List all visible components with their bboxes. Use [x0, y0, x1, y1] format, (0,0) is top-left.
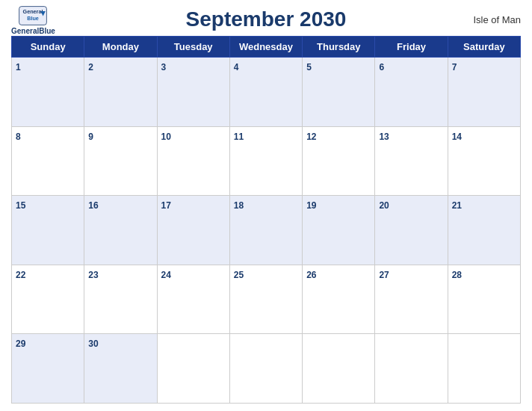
- svg-text:Blue: Blue: [28, 15, 40, 22]
- calendar-cell: 4: [229, 58, 302, 127]
- day-number: 6: [379, 62, 384, 72]
- calendar-cell: 25: [229, 265, 302, 334]
- generalblue-logo: General Blue GeneralBlue: [11, 4, 55, 35]
- day-number: 29: [16, 339, 25, 349]
- calendar-cell: 30: [84, 334, 157, 404]
- day-number: 24: [161, 270, 171, 280]
- calendar-cell: 3: [157, 58, 229, 127]
- day-number: 3: [161, 62, 167, 72]
- calendar-cell: 11: [229, 126, 302, 196]
- calendar-cell: 19: [303, 196, 375, 265]
- calendar-cell: 12: [303, 126, 375, 196]
- calendar-cell: 5: [303, 58, 375, 127]
- region-label: Isle of Man: [473, 14, 521, 25]
- calendar-table: SundayMondayTuesdayWednesdayThursdayFrid…: [11, 36, 521, 404]
- calendar-cell: 1: [12, 58, 84, 127]
- calendar-cell: [303, 334, 375, 404]
- day-number: 17: [161, 200, 171, 211]
- week-row-1: 1234567: [12, 58, 521, 127]
- calendar-title: September 2030: [186, 7, 347, 31]
- day-number: 1: [16, 62, 21, 72]
- week-row-5: 2930: [12, 334, 521, 404]
- calendar-cell: 29: [12, 334, 84, 404]
- calendar-cell: 7: [448, 58, 520, 127]
- day-number: 11: [234, 132, 244, 142]
- day-number: 25: [234, 270, 244, 280]
- logo-text: GeneralBlue: [11, 27, 55, 35]
- day-number: 8: [16, 132, 21, 142]
- weekday-header-tuesday: Tuesday: [157, 37, 229, 58]
- day-number: 10: [161, 132, 171, 142]
- calendar-cell: 28: [448, 265, 520, 334]
- day-number: 9: [88, 132, 93, 142]
- calendar-cell: 26: [303, 265, 375, 334]
- calendar-cell: 8: [12, 126, 84, 196]
- calendar-cell: 24: [157, 265, 229, 334]
- week-row-2: 891011121314: [12, 126, 521, 196]
- calendar-cell: 20: [375, 196, 448, 265]
- calendar-cell: 22: [12, 265, 84, 334]
- calendar-cell: 10: [157, 126, 229, 196]
- weekday-header-wednesday: Wednesday: [229, 37, 302, 58]
- day-number: 2: [88, 62, 93, 72]
- day-number: 18: [234, 200, 244, 211]
- calendar-cell: 14: [448, 126, 520, 196]
- day-number: 13: [379, 132, 389, 142]
- svg-text:General: General: [23, 8, 43, 15]
- calendar-cell: [157, 334, 229, 404]
- calendar-cell: 13: [375, 126, 448, 196]
- calendar-cell: [448, 334, 520, 404]
- day-number: 22: [16, 270, 25, 280]
- calendar-cell: 23: [84, 265, 157, 334]
- weekday-header-thursday: Thursday: [303, 37, 375, 58]
- day-number: 12: [306, 132, 316, 142]
- calendar-cell: 18: [229, 196, 302, 265]
- weekday-header-monday: Monday: [84, 37, 157, 58]
- day-number: 15: [16, 200, 25, 211]
- day-number: 4: [234, 62, 239, 72]
- day-number: 28: [452, 270, 462, 280]
- day-number: 14: [452, 132, 462, 142]
- day-number: 21: [452, 200, 462, 211]
- day-number: 26: [306, 270, 316, 280]
- calendar-cell: 9: [84, 126, 157, 196]
- weekday-header-sunday: Sunday: [12, 37, 84, 58]
- day-number: 20: [379, 200, 389, 211]
- weekday-header-friday: Friday: [375, 37, 448, 58]
- weekday-header-row: SundayMondayTuesdayWednesdayThursdayFrid…: [12, 37, 521, 58]
- day-number: 16: [88, 200, 98, 211]
- day-number: 23: [88, 270, 98, 280]
- calendar-cell: [229, 334, 302, 404]
- calendar-cell: 2: [84, 58, 157, 127]
- calendar-cell: 16: [84, 196, 157, 265]
- week-row-4: 22232425262728: [12, 265, 521, 334]
- calendar-cell: [375, 334, 448, 404]
- calendar-cell: 6: [375, 58, 448, 127]
- calendar-cell: 27: [375, 265, 448, 334]
- day-number: 19: [306, 200, 316, 211]
- day-number: 27: [379, 270, 389, 280]
- calendar-cell: 15: [12, 196, 84, 265]
- day-number: 30: [88, 339, 98, 349]
- week-row-3: 15161718192021: [12, 196, 521, 265]
- calendar-cell: 17: [157, 196, 229, 265]
- day-number: 5: [306, 62, 312, 72]
- day-number: 7: [452, 62, 457, 72]
- calendar-cell: 21: [448, 196, 520, 265]
- weekday-header-saturday: Saturday: [448, 37, 520, 58]
- calendar-header: General Blue GeneralBlue September 2030 …: [11, 7, 521, 31]
